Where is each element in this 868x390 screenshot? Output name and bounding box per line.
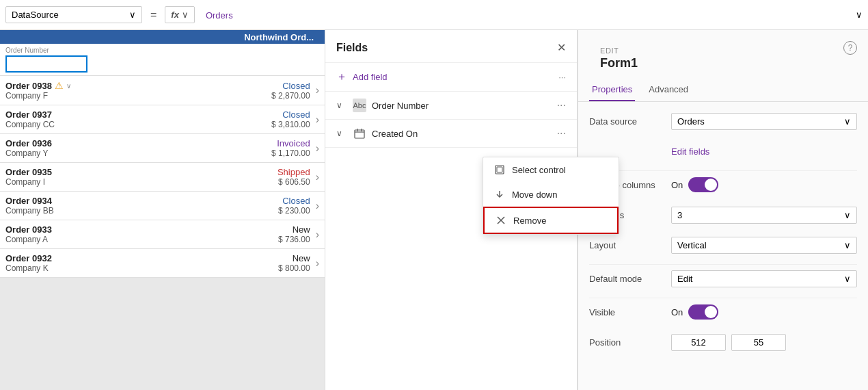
close-fields-button[interactable]: ✕	[557, 41, 566, 54]
row-arrow: ›	[316, 142, 319, 155]
visible-label: Visible	[589, 307, 671, 317]
edit-fields-link[interactable]: Edit fields	[671, 146, 709, 157]
position-y-input[interactable]	[731, 334, 786, 351]
visible-toggle[interactable]	[688, 304, 718, 320]
row-arrow: ›	[316, 229, 319, 241]
svg-rect-0	[355, 130, 364, 138]
row-status: New $ 736.00	[278, 224, 310, 244]
default-mode-label: Default mode	[589, 274, 671, 284]
fields-panel: Fields ✕ ＋ Add field ··· ∨ Abc Order Num…	[325, 30, 578, 390]
status-value: Closed	[271, 81, 310, 91]
dropdown-chevron: ∨	[844, 274, 851, 284]
equals-sign: =	[148, 9, 159, 21]
prop-row-layout: Layout Vertical ∨	[589, 234, 857, 256]
visible-on-label: On	[671, 307, 683, 317]
data-source-value: Orders ∨	[671, 113, 857, 130]
default-mode-dropdown[interactable]: Edit ∨	[671, 270, 857, 287]
field-item-order-number: ∨ Abc Order Number ···	[325, 92, 577, 120]
row-order: Order 0938	[5, 81, 52, 91]
add-field-row[interactable]: ＋ Add field ···	[325, 63, 577, 92]
context-menu-move-down[interactable]: Move down	[483, 182, 619, 207]
field-more-button[interactable]: ···	[557, 127, 566, 140]
row-status: Invoiced $ 1,170.00	[271, 138, 310, 158]
row-main: Order 0934 Company BB	[5, 196, 273, 216]
row-main: Order 0936 Company Y	[5, 138, 266, 158]
field-expand-icon[interactable]: ∨	[336, 129, 347, 138]
status-value: New	[278, 253, 310, 263]
row-amount: $ 606.50	[277, 177, 310, 187]
snap-value: On	[671, 177, 857, 192]
add-field-label: Add field	[353, 72, 388, 82]
status-value: Shipped	[277, 167, 310, 177]
row-company: Company BB	[5, 206, 273, 216]
order-number-input[interactable]	[5, 55, 87, 73]
datasource-chevron: ∨	[129, 10, 136, 20]
row-main: Order 0937 Company CC	[5, 109, 266, 129]
formula-bar[interactable]: Orders	[200, 10, 850, 21]
table-row[interactable]: Order 0933 Company A New $ 736.00 ›	[0, 220, 325, 249]
status-value: Invoiced	[271, 138, 310, 148]
prop-row-datasource: Data source Orders ∨	[589, 110, 857, 132]
dropdown-chevron: ∨	[844, 116, 851, 127]
position-x-input[interactable]	[671, 334, 726, 351]
table-header: Northwind Ord...	[0, 30, 325, 44]
row-status: Closed $ 230.00	[278, 196, 310, 216]
row-main: Order 0935 Company I	[5, 167, 272, 187]
context-menu-remove[interactable]: Remove	[483, 207, 619, 234]
help-icon[interactable]: ?	[843, 41, 857, 55]
data-source-dropdown[interactable]: Orders ∨	[671, 113, 857, 130]
expand-icon: ∨	[66, 82, 71, 90]
table-row[interactable]: Order 0938 ⚠ ∨ Company F Closed $ 2,870.…	[0, 76, 325, 105]
field-name: Order Number	[372, 101, 552, 111]
top-bar-chevron: ∨	[856, 10, 863, 20]
field-expand-icon[interactable]: ∨	[336, 101, 347, 110]
toggle-knob	[705, 179, 717, 191]
row-amount: $ 736.00	[278, 235, 310, 244]
tab-properties[interactable]: Properties	[589, 79, 635, 101]
snap-toggle[interactable]	[688, 177, 718, 192]
edit-label: EDIT	[589, 38, 857, 56]
tab-advanced[interactable]: Advanced	[646, 79, 691, 101]
row-order: Order 0937	[5, 109, 266, 120]
field-name: Created On	[372, 129, 552, 139]
table-row[interactable]: Order 0932 Company K New $ 800.00 ›	[0, 249, 325, 278]
context-menu-select-control[interactable]: Select control	[483, 157, 619, 182]
row-amount: $ 230.00	[278, 206, 310, 216]
right-panel-header: EDIT Form1 ? Properties Advanced	[578, 30, 868, 102]
dropdown-chevron: ∨	[844, 210, 851, 220]
divider	[589, 264, 857, 265]
table-row[interactable]: Order 0934 Company BB Closed $ 230.00 ›	[0, 192, 325, 220]
fx-button[interactable]: fx ∨	[165, 6, 195, 23]
table-body: Order 0938 ⚠ ∨ Company F Closed $ 2,870.…	[0, 76, 325, 278]
row-order: Order 0936	[5, 138, 266, 148]
row-amount: $ 3,810.00	[271, 120, 310, 129]
table-row[interactable]: Order 0937 Company CC Closed $ 3,810.00 …	[0, 105, 325, 134]
svg-rect-5	[497, 167, 502, 172]
default-mode-value: Edit ∨	[671, 270, 857, 287]
row-order: Order 0935	[5, 167, 272, 177]
fields-title: Fields	[336, 42, 368, 54]
field-type-abc-icon: Abc	[353, 99, 366, 112]
prop-row-visible: Visible On	[589, 301, 857, 323]
datasource-dropdown[interactable]: DataSource ∨	[5, 6, 142, 23]
field-more-button[interactable]: ···	[557, 99, 566, 112]
context-menu-select-control-label: Select control	[512, 165, 566, 175]
table-row[interactable]: Order 0936 Company Y Invoiced $ 1,170.00…	[0, 134, 325, 163]
row-arrow: ›	[316, 114, 319, 126]
row-status: Shipped $ 606.50	[277, 167, 310, 187]
fx-chevron: ∨	[182, 10, 189, 20]
prop-row-snap: Snap to columns On	[589, 174, 857, 196]
layout-label: Layout	[589, 240, 671, 250]
row-main: Order 0933 Company A	[5, 224, 273, 244]
toggle-knob	[705, 306, 717, 318]
top-bar: DataSource ∨ = fx ∨ Orders ∨	[0, 0, 868, 30]
row-company: Company I	[5, 177, 272, 187]
row-status: Closed $ 2,870.00	[271, 81, 310, 101]
properties-section: Data source Orders ∨ Edit fields Snap to…	[578, 102, 868, 369]
field-item-created-on: ∨ Created On ···	[325, 120, 577, 148]
table-row[interactable]: Order 0935 Company I Shipped $ 606.50 ›	[0, 163, 325, 192]
add-field-more: ···	[558, 72, 566, 82]
layout-dropdown[interactable]: Vertical ∨	[671, 237, 857, 254]
row-arrow: ›	[316, 171, 319, 183]
columns-dropdown[interactable]: 3 ∨	[671, 207, 857, 224]
